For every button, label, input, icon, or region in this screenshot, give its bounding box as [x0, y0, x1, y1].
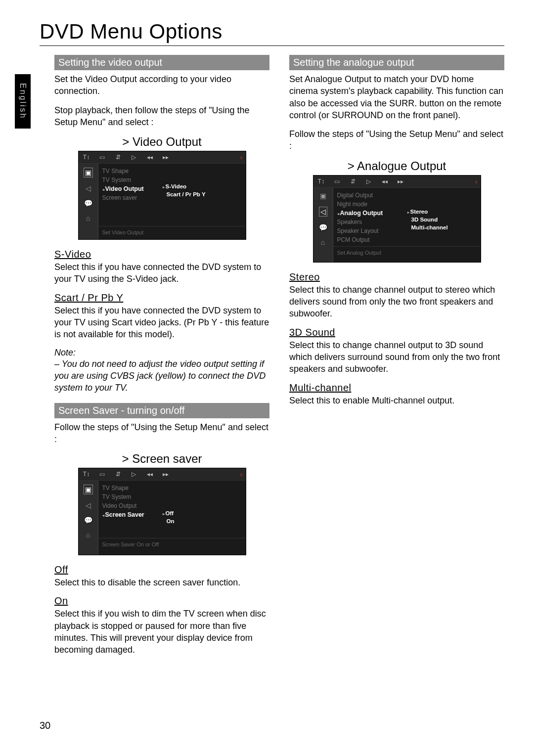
osd-top-icon: ◂◂ [380, 178, 390, 185]
section-header-screen-saver: Screen Saver - turning on/off [54, 403, 269, 418]
subheading-scart: Scart / Pr Pb Y [54, 292, 269, 304]
page-title: DVD Menu Options [40, 20, 504, 44]
paragraph: Stop playback, then follow the steps of … [54, 104, 269, 129]
osd-sidebar: ▣ ◁ 💬 ⌂ [79, 164, 98, 239]
columns: Setting the video output Set the Video O… [54, 55, 504, 663]
osd-top-icon: ⇵ [348, 178, 358, 185]
osd-menu-item: Speaker Layout [333, 226, 481, 235]
osd-content: Digital Output Night mode ◂Analog Output… [333, 188, 481, 262]
osd-footer: Set Video Output [98, 226, 246, 239]
osd-top-icon: ⇵ [113, 471, 123, 478]
osd-body: ▣ ◁ 💬 ⌂ Digital Output Night mode ◂Analo… [313, 188, 481, 262]
osd-top-icon: ▸▸ [161, 471, 171, 478]
paragraph: Select this to disable the screen saver … [54, 577, 269, 588]
osd-title: > Video Output [54, 135, 269, 149]
osd-top-icon: ⇵ [113, 154, 123, 161]
paragraph: Select this to change channel output to … [289, 284, 504, 320]
osd-side-icon: ⌂ [86, 214, 90, 222]
osd-option: Scart / Pr Pb Y [167, 191, 206, 197]
paragraph: Select this to change channel output to … [289, 339, 504, 375]
osd-side-icon: ▣ [84, 168, 93, 178]
osd-topbar: T↕ ▭ ⇵ ▷ ◂◂ ▸▸ › [79, 151, 246, 164]
subheading-stereo: Stereo [289, 271, 504, 283]
osd-content: TV Shape TV System ◂Video Output Screen … [98, 164, 246, 239]
osd-screen-saver: T↕ ▭ ⇵ ▷ ◂◂ ▸▸ › ▣ ◁ 💬 ⌂ TV Shape TV Sys… [78, 468, 246, 555]
osd-arrow-icon: › [240, 153, 243, 161]
osd-sidebar: ▣ ◁ 💬 ⌂ [313, 188, 333, 262]
osd-arrow-icon: › [475, 178, 478, 185]
subheading-off: Off [54, 564, 269, 576]
osd-submenu: ▸Off On [163, 509, 175, 525]
osd-side-icon: ⌂ [321, 238, 325, 246]
osd-side-icon: ▣ [84, 485, 93, 494]
left-column: Setting the video output Set the Video O… [54, 55, 269, 663]
note-text: – You do not need to adjust the video ou… [54, 358, 269, 394]
osd-option: 3D Sound [411, 217, 438, 222]
osd-side-icon: ◁ [86, 501, 91, 509]
triangle-icon: ▸ [163, 512, 165, 516]
section-header-video-output: Setting the video output [54, 55, 269, 70]
osd-arrow-icon: › [240, 470, 243, 478]
osd-top-icon: T↕ [82, 471, 91, 478]
osd-menu-item: Night mode [333, 200, 481, 209]
subheading-on: On [54, 595, 269, 607]
subheading-3d-sound: 3D Sound [289, 327, 504, 338]
osd-footer: Set Analog Output [333, 246, 481, 260]
osd-option: On [167, 518, 175, 524]
subheading-svideo: S-Video [54, 249, 269, 260]
note-label: Note: [54, 348, 269, 358]
osd-topbar: T↕ ▭ ⇵ ▷ ◂◂ ▸▸ › [313, 176, 481, 188]
osd-title: > Analogue Output [289, 159, 504, 173]
title-rule [40, 45, 504, 46]
osd-top-icon: ▭ [97, 154, 107, 161]
paragraph: Set the Video Output according to your v… [54, 73, 269, 97]
triangle-icon: ◂ [102, 513, 104, 518]
osd-menu-item: TV Shape [98, 484, 246, 492]
osd-side-icon: 💬 [84, 199, 92, 207]
paragraph: Select this if you have connected the DV… [54, 261, 269, 285]
osd-submenu: ▸S-Video Scart / Pr Pb Y [163, 182, 206, 198]
triangle-icon: ▸ [163, 185, 165, 189]
osd-video-output: T↕ ▭ ⇵ ▷ ◂◂ ▸▸ › ▣ ◁ 💬 ⌂ TV Shape TV Sys… [78, 151, 246, 240]
osd-option: Multi-channel [411, 224, 448, 230]
osd-sidebar: ▣ ◁ 💬 ⌂ [79, 481, 98, 555]
right-column: Setting the analogue output Set Analogue… [289, 55, 504, 663]
language-tab: English [15, 74, 31, 129]
page-number: 30 [40, 720, 50, 731]
osd-top-icon: ▷ [129, 471, 139, 478]
osd-side-icon: ◁ [319, 207, 327, 217]
osd-menu-item: PCM Output [333, 235, 481, 244]
osd-menu-item: TV System [98, 492, 246, 501]
paragraph: Select this if you wish to dim the TV sc… [54, 608, 269, 656]
osd-body: ▣ ◁ 💬 ⌂ TV Shape TV System Video Output … [79, 481, 246, 555]
osd-side-icon: ⌂ [86, 531, 90, 539]
osd-menu-item: Speakers [333, 218, 481, 226]
osd-side-icon: 💬 [84, 516, 92, 524]
osd-top-icon: ▸▸ [161, 154, 171, 161]
osd-menu-item: Digital Output [333, 191, 481, 200]
section-header-analogue-output: Setting the analogue output [289, 55, 504, 70]
osd-topbar: T↕ ▭ ⇵ ▷ ◂◂ ▸▸ › [79, 468, 246, 481]
osd-title: > Screen saver [54, 452, 269, 466]
osd-analogue-output: T↕ ▭ ⇵ ▷ ◂◂ ▸▸ › ▣ ◁ 💬 ⌂ Digital Output … [313, 175, 481, 263]
osd-side-icon: ▣ [320, 192, 326, 200]
osd-top-icon: T↕ [316, 178, 326, 185]
osd-top-icon: T↕ [82, 154, 91, 161]
osd-item-label: Analog Output [340, 210, 383, 217]
osd-top-icon: ▷ [129, 154, 139, 161]
osd-footer: Screen Saver On or Off [98, 538, 246, 551]
language-tab-label: English [18, 83, 27, 119]
paragraph: Follow the steps of "Using the Setup Men… [289, 128, 504, 152]
osd-top-icon: ▭ [332, 178, 342, 185]
osd-top-icon: ◂◂ [145, 471, 155, 478]
osd-top-icon: ▷ [364, 178, 374, 185]
osd-option: Off [166, 510, 174, 516]
triangle-icon: ▸ [407, 210, 409, 215]
osd-item-label: Video Output [105, 185, 144, 192]
osd-content: TV Shape TV System Video Output ◂Screen … [98, 481, 246, 555]
paragraph: Select this to enable Multi-channel outp… [289, 395, 504, 406]
subheading-multi-channel: Multi-channel [289, 382, 504, 394]
osd-item-label: Screen Saver [105, 511, 144, 518]
osd-submenu: ▸Stereo 3D Sound Multi-channel [407, 208, 448, 231]
osd-top-icon: ◂◂ [145, 154, 155, 161]
